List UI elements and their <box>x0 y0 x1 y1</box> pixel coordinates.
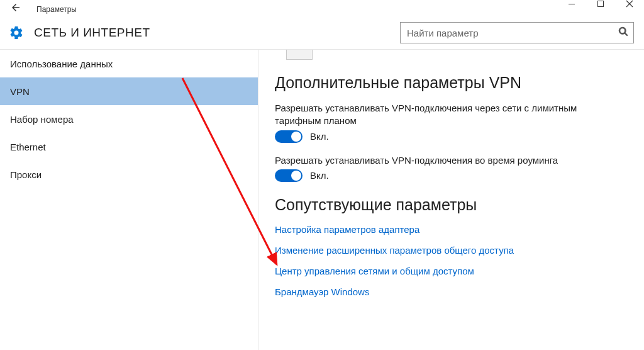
sidebar: Использование данных VPN Набор номера Et… <box>0 50 258 350</box>
window-title: Параметры <box>31 5 77 14</box>
setting-desc-roaming: Разрешать устанавливать VPN-подключения … <box>275 154 602 167</box>
sidebar-item-dial-up[interactable]: Набор номера <box>0 105 258 133</box>
sidebar-item-vpn[interactable]: VPN <box>0 77 258 105</box>
toggle-row-roaming: Вкл. <box>275 169 628 182</box>
toggle-state-label: Вкл. <box>310 170 329 181</box>
toggle-knob <box>291 132 301 142</box>
related-settings-heading: Сопутствующие параметры <box>275 196 628 214</box>
search-input[interactable] <box>401 25 613 41</box>
close-button[interactable] <box>615 0 644 19</box>
advanced-vpn-heading: Дополнительные параметры VPN <box>275 74 628 92</box>
category-heading: СЕТЬ И ИНТЕРНЕТ <box>34 26 150 40</box>
sidebar-item-label: VPN <box>10 86 30 97</box>
minimize-icon <box>568 0 575 8</box>
sidebar-item-label: Ethernet <box>10 142 46 152</box>
link-network-sharing-center[interactable]: Центр управления сетями и общим доступом <box>275 266 628 276</box>
svg-rect-0 <box>569 4 575 4</box>
back-arrow-icon <box>10 2 21 13</box>
search-icon[interactable] <box>613 26 633 39</box>
link-windows-firewall[interactable]: Брандмауэр Windows <box>275 286 628 297</box>
content-body: Использование данных VPN Набор номера Et… <box>0 49 644 350</box>
close-icon <box>626 0 633 8</box>
toggle-state-label: Вкл. <box>310 131 329 142</box>
titlebar: Параметры <box>0 0 644 19</box>
toggle-roaming[interactable] <box>275 169 303 182</box>
minimize-button[interactable] <box>557 0 586 19</box>
link-advanced-sharing[interactable]: Изменение расширенных параметров общего … <box>275 245 628 256</box>
sidebar-item-ethernet[interactable]: Ethernet <box>0 133 258 161</box>
settings-gear-icon <box>5 21 28 44</box>
maximize-button[interactable] <box>586 0 615 19</box>
toggle-knob <box>291 171 301 181</box>
maximize-icon <box>597 0 604 8</box>
setting-desc-metered: Разрешать устанавливать VPN-подключения … <box>275 102 602 128</box>
search-box[interactable] <box>400 22 634 43</box>
header: СЕТЬ И ИНТЕРНЕТ <box>0 19 644 49</box>
sidebar-item-label: Использование данных <box>10 59 113 69</box>
toggle-row-metered: Вкл. <box>275 130 628 143</box>
back-button[interactable] <box>0 0 31 19</box>
toggle-metered[interactable] <box>275 130 303 143</box>
main-panel: Дополнительные параметры VPN Разрешать у… <box>258 50 644 350</box>
sidebar-item-label: Набор номера <box>10 114 74 125</box>
sidebar-item-data-usage[interactable]: Использование данных <box>0 50 258 77</box>
sidebar-item-proxy[interactable]: Прокси <box>0 161 258 188</box>
svg-rect-1 <box>598 1 604 7</box>
sidebar-item-label: Прокси <box>10 169 42 180</box>
link-adapter-options[interactable]: Настройка параметров адаптера <box>275 224 628 235</box>
scrolled-content-fragment <box>286 50 313 60</box>
